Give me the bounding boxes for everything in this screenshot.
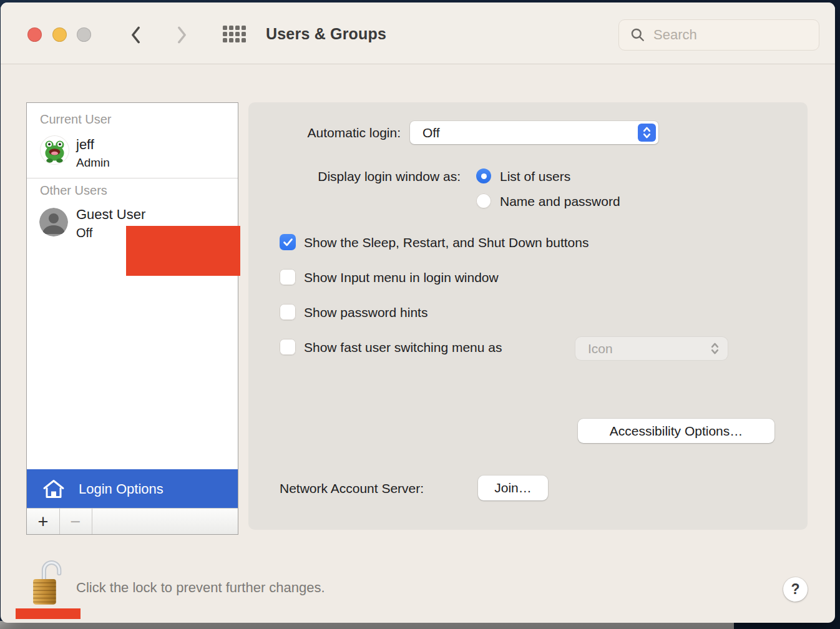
forward-button[interactable] xyxy=(170,23,193,47)
current-user-header: Current User xyxy=(40,112,111,127)
close-button[interactable] xyxy=(27,27,42,42)
help-button[interactable]: ? xyxy=(783,577,808,602)
unlocked-padlock-icon xyxy=(30,557,64,606)
search-icon xyxy=(630,27,645,42)
user-list-sidebar: Current User j xyxy=(26,102,238,535)
current-user-role: Admin xyxy=(76,156,110,170)
redaction-box-footer xyxy=(16,608,81,619)
minimize-button[interactable] xyxy=(52,27,67,42)
home-icon xyxy=(42,479,65,499)
page-title: Users & Groups xyxy=(266,25,386,43)
checkmark-icon xyxy=(283,238,293,246)
search-input[interactable]: Search xyxy=(618,19,819,51)
checkbox-sleep-restart-shutdown-label: Show the Sleep, Restart, and Shut Down b… xyxy=(304,235,588,250)
network-account-server-label: Network Account Server: xyxy=(280,481,424,496)
chevron-right-icon xyxy=(177,26,187,44)
other-users-header: Other Users xyxy=(40,183,107,198)
search-placeholder: Search xyxy=(653,27,697,43)
automatic-login-value: Off xyxy=(410,125,440,140)
sidebar-toolbar: + − xyxy=(27,508,238,534)
redaction-box xyxy=(126,226,240,276)
automatic-login-label: Automatic login: xyxy=(273,125,401,140)
checkbox-password-hints[interactable] xyxy=(280,304,296,320)
popup-chevrons-icon xyxy=(638,124,656,142)
checkbox-fast-user-switching-label: Show fast user switching menu as xyxy=(304,340,502,355)
radio-list-of-users[interactable] xyxy=(476,168,491,183)
checkbox-input-menu-label: Show Input menu in login window xyxy=(304,270,499,285)
chevron-left-icon xyxy=(130,26,141,44)
current-user-name: jeff xyxy=(76,137,94,153)
zoom-button[interactable] xyxy=(77,27,91,42)
checkbox-fast-user-switching[interactable] xyxy=(280,339,296,355)
users-groups-window: Users & Groups Search Current User xyxy=(1,2,835,623)
back-button[interactable] xyxy=(124,23,147,47)
radio-list-of-users-label: List of users xyxy=(500,169,570,184)
checkbox-sleep-restart-shutdown[interactable] xyxy=(280,234,296,250)
checkbox-input-menu[interactable] xyxy=(280,269,296,285)
remove-user-button[interactable]: − xyxy=(59,509,92,535)
guest-user-status: Off xyxy=(76,226,92,240)
radio-name-and-password[interactable] xyxy=(476,193,491,208)
lock-hint-text: Click the lock to prevent further change… xyxy=(76,580,325,596)
desktop: Users & Groups Search Current User xyxy=(0,0,840,629)
display-login-label: Display login window as: xyxy=(273,169,461,184)
frog-avatar xyxy=(41,136,69,164)
show-all-grid-icon[interactable] xyxy=(223,26,246,42)
automatic-login-select[interactable]: Off xyxy=(410,121,658,144)
sidebar-item-login-options[interactable]: Login Options xyxy=(27,469,238,509)
radio-name-and-password-label: Name and password xyxy=(500,194,620,209)
fast-user-switching-select: Icon xyxy=(575,337,728,360)
checkbox-password-hints-label: Show password hints xyxy=(304,305,427,320)
guest-user-name: Guest User xyxy=(76,207,145,223)
add-user-button[interactable]: + xyxy=(27,509,59,535)
sidebar-divider xyxy=(27,178,238,178)
lock-button[interactable] xyxy=(30,557,64,608)
accessibility-options-button[interactable]: Accessibility Options… xyxy=(578,419,774,443)
join-button[interactable]: Join… xyxy=(478,475,548,500)
popup-chevrons-disabled-icon xyxy=(711,342,719,358)
titlebar: Users & Groups Search xyxy=(1,2,835,64)
fast-user-switching-value: Icon xyxy=(575,341,613,356)
login-options-panel: Automatic login: Off Display login windo… xyxy=(248,102,808,530)
guest-avatar xyxy=(39,208,68,236)
login-options-label: Login Options xyxy=(79,481,164,497)
